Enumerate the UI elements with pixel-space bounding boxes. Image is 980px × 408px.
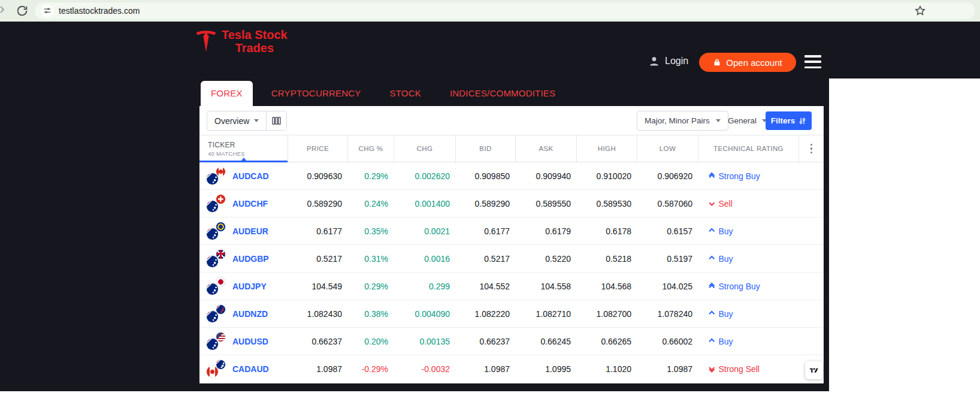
row-spacer (798, 162, 824, 189)
currency-pair-flags (207, 305, 226, 323)
site-logo[interactable]: Tesla Stock Trades (195, 28, 288, 55)
column-header[interactable]: CHG (394, 135, 455, 162)
ask-cell: 0.909940 (515, 162, 576, 189)
tab-forex[interactable]: FOREX (201, 81, 253, 106)
rating-direction-icon (710, 229, 714, 233)
table-row[interactable]: AUDNZD 1.082430 0.38% 0.004090 1.082220 … (199, 300, 824, 328)
columns-icon (271, 116, 282, 126)
currency-pair-flags (207, 333, 226, 350)
ticker-link[interactable]: AUDCAD (232, 171, 269, 181)
table-body: AUDCAD 0.909630 0.29% 0.002620 0.909850 … (199, 162, 824, 383)
price-cell: 0.589290 (288, 190, 347, 217)
high-cell: 0.66265 (576, 328, 637, 355)
bid-cell: 1.082220 (455, 300, 515, 327)
table-row[interactable]: AUDCAD 0.909630 0.29% 0.002620 0.909850 … (199, 162, 824, 190)
column-header[interactable]: LOW (637, 135, 698, 162)
low-cell: 0.66002 (637, 328, 698, 355)
open-account-button[interactable]: Open account (699, 53, 796, 72)
forward-chevron-icon[interactable] (0, 6, 5, 13)
filters-button[interactable]: Filters (766, 111, 812, 130)
ticker-link[interactable]: AUDNZD (232, 309, 268, 319)
currency-pair-flags (207, 222, 226, 240)
rating-direction-icon (710, 339, 714, 343)
table-row[interactable]: AUDEUR 0.6177 0.35% 0.0021 0.6177 0.6179… (199, 217, 824, 245)
ask-cell: 104.558 (515, 273, 576, 300)
column-header[interactable]: CHG % (347, 135, 394, 162)
rating-direction-icon (710, 283, 714, 289)
view-dropdown[interactable]: Overview (207, 111, 266, 130)
rating-label: Buy (719, 309, 733, 319)
tradingview-logo[interactable] (805, 361, 823, 379)
pairs-filter-dropdown[interactable]: Major, Minor Pairs (637, 111, 728, 131)
rating-cell: Strong Buy (698, 273, 798, 300)
ticker-link[interactable]: AUDJPY (232, 282, 267, 291)
rating-cell: Buy (698, 328, 798, 355)
table-row[interactable]: AUDGBP 0.5217 0.31% 0.0016 0.5217 0.5220… (199, 245, 824, 273)
ticker-link[interactable]: AUDUSD (232, 337, 268, 346)
change-cell: 0.0016 (394, 245, 455, 272)
ticker-column-header[interactable]: TICKER 40 MATCHES (199, 135, 288, 162)
chevron-down-icon (254, 119, 259, 125)
quote-currency-flag-icon (216, 195, 225, 204)
kebab-menu-icon[interactable] (808, 141, 815, 156)
column-header[interactable]: BID (455, 135, 515, 162)
column-header[interactable]: HIGH (576, 135, 637, 162)
ticker-cell: AUDEUR (199, 217, 288, 244)
tesla-t-icon (195, 28, 217, 55)
column-header[interactable]: ASK (515, 135, 576, 162)
ticker-link[interactable]: CADAUD (232, 364, 269, 374)
bookmark-star-icon[interactable] (914, 5, 926, 17)
price-cell: 0.5217 (288, 245, 347, 272)
login-button[interactable]: Login (648, 55, 688, 67)
column-header[interactable]: TECHNICAL RATING (698, 135, 798, 162)
table-row[interactable]: AUDUSD 0.66237 0.20% 0.00135 0.66237 0.6… (199, 328, 824, 355)
ticker-link[interactable]: AUDEUR (232, 226, 268, 236)
rating-label: Sell (719, 199, 733, 208)
bid-cell: 0.5217 (455, 245, 515, 272)
table-row[interactable]: AUDCHF 0.589290 0.24% 0.001400 0.589290 … (199, 190, 824, 217)
base-currency-flag-icon (207, 228, 218, 240)
rating-cell: Buy (698, 300, 798, 327)
quote-currency-flag-icon (216, 167, 225, 176)
low-cell: 0.587060 (637, 190, 698, 217)
table-row[interactable]: AUDJPY 104.549 0.29% 0.299 104.552 104.5… (199, 273, 824, 300)
ticker-link[interactable]: AUDGBP (232, 254, 269, 264)
tab-indices-commodities[interactable]: INDICES/COMMODITIES (440, 81, 565, 106)
ask-cell: 1.0995 (515, 355, 576, 382)
high-cell: 0.910020 (576, 162, 637, 189)
ticker-link[interactable]: AUDCHF (232, 199, 268, 208)
currency-pair-flags (207, 250, 226, 268)
rating-label: Buy (719, 226, 733, 236)
category-dropdown[interactable]: General (723, 111, 772, 131)
tab-cryptocurrency[interactable]: CRYPTOCURRENCY (261, 81, 371, 106)
change-cell: 0.0021 (394, 217, 455, 244)
bid-cell: 0.909850 (455, 162, 515, 189)
base-currency-flag-icon (207, 201, 218, 212)
browser-toolbar: testlastocktrades.com (0, 0, 980, 22)
column-header[interactable]: PRICE (288, 135, 347, 162)
bid-cell: 104.552 (455, 273, 515, 300)
table-row[interactable]: CADAUD 1.0987 -0.29% -0.0032 1.0987 1.09… (199, 355, 824, 383)
rating-label: Strong Buy (719, 171, 760, 181)
change-percent-cell: 0.29% (347, 273, 394, 300)
quote-currency-flag-icon (216, 222, 225, 231)
bid-cell: 0.6177 (455, 217, 515, 244)
base-currency-flag-icon (207, 339, 218, 350)
tab-stock[interactable]: STOCK (379, 81, 431, 106)
row-spacer (798, 245, 824, 272)
rating-cell: Sell (698, 190, 798, 217)
rating-cell: Buy (698, 245, 798, 272)
low-cell: 104.025 (637, 273, 698, 300)
quote-currency-flag-icon (216, 360, 225, 369)
row-spacer (798, 273, 824, 300)
address-bar[interactable]: testlastocktrades.com (35, 2, 975, 19)
price-cell: 1.0987 (288, 355, 347, 382)
price-cell: 1.082430 (288, 300, 347, 327)
columns-button[interactable] (266, 111, 286, 130)
ticker-cell: AUDJPY (199, 273, 288, 300)
rating-label: Buy (719, 337, 733, 346)
ticker-cell: CADAUD (199, 355, 288, 382)
hamburger-menu-icon[interactable] (804, 55, 821, 68)
site-info-icon[interactable] (41, 4, 54, 17)
reload-icon[interactable] (16, 4, 29, 17)
